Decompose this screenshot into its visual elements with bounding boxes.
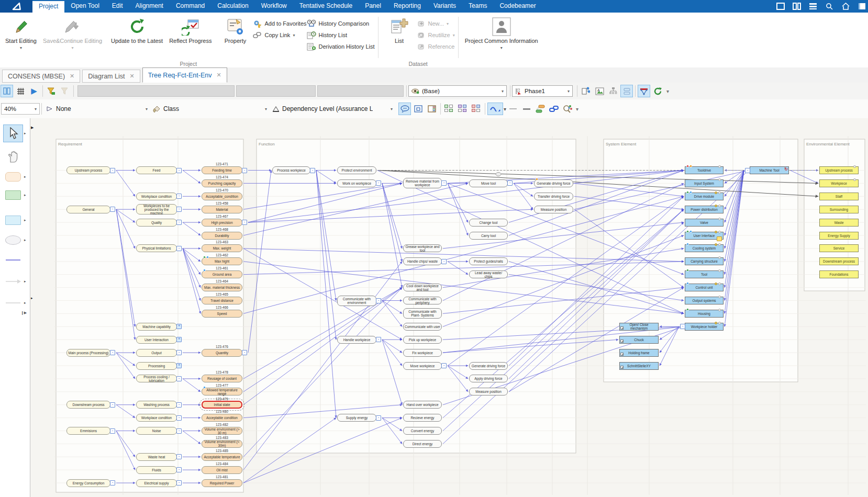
node-general[interactable]: General- xyxy=(66,206,110,213)
node-output-systems[interactable]: Output systems xyxy=(685,297,724,304)
collapse-icon[interactable]: - xyxy=(242,168,247,173)
collapse-icon[interactable]: - xyxy=(680,324,685,329)
node-upstream-process[interactable]: Upstream process- xyxy=(66,166,110,174)
collapse-icon[interactable]: - xyxy=(176,454,182,459)
link-chain-button[interactable] xyxy=(548,103,560,115)
collapse-icon[interactable]: - xyxy=(176,467,182,472)
node-power-distribution[interactable]: Power distribution xyxy=(685,206,724,213)
menu-item-edit[interactable]: Edit xyxy=(106,0,129,13)
node-direct-energy[interactable]: Direct energy xyxy=(403,440,442,448)
collapse-icon[interactable]: - xyxy=(376,337,381,342)
node-generate-driving-force[interactable]: Generate driving force xyxy=(469,362,508,370)
compact-rows-button[interactable] xyxy=(620,85,633,97)
node-upstream-process[interactable]: Upstream process xyxy=(819,166,859,174)
palette-shape-rect-green[interactable] xyxy=(3,186,23,204)
palette-pan-tool[interactable] xyxy=(3,148,23,166)
list-button[interactable]: List xyxy=(382,15,417,46)
node-work-on-workpiece[interactable]: Work on workpiece- xyxy=(337,179,376,187)
collapse-icon[interactable]: - xyxy=(110,428,115,434)
menu-item-alignment[interactable]: Alignment xyxy=(129,0,170,13)
node-workplace-condition[interactable]: Workplace condition- xyxy=(136,414,177,422)
window-maximize-icon[interactable] xyxy=(776,3,785,10)
node-communicate-with-periphery[interactable]: Communicate with periphery xyxy=(403,297,442,304)
connector-pair-button[interactable] xyxy=(534,103,547,115)
node-machine-tool[interactable]: Machine Tool-↻ xyxy=(750,166,789,174)
view-select[interactable]: (Base) ▾ xyxy=(408,85,507,97)
curve-line-style-button[interactable] xyxy=(487,103,503,115)
menu-item-tentative-schedule[interactable]: Tentative Schedule xyxy=(293,0,359,13)
grid-view-button[interactable] xyxy=(14,85,27,97)
palette-line-gray[interactable] xyxy=(3,294,23,312)
palette-shape-ellipse[interactable] xyxy=(3,231,23,249)
node-acceptable-temperature[interactable]: Acceptable temperature123-485 xyxy=(202,453,242,461)
node-waste[interactable]: Waste xyxy=(819,219,859,227)
node-workpiece-holder[interactable]: Workpiece holder- xyxy=(685,323,724,331)
splitter-handle-icon[interactable]: ▸ xyxy=(31,296,33,300)
node-protect-guides-rails[interactable]: Protect guides/rails xyxy=(469,257,508,265)
node-oil-mist[interactable]: Oil mist123-484 xyxy=(202,466,242,474)
node-fluids[interactable]: Fluids- xyxy=(136,466,177,474)
node-acceptable-condition[interactable]: Acceptable_condition123-470 xyxy=(202,193,242,200)
node-required-power[interactable]: Required Power123-481 xyxy=(202,479,242,487)
node-tooldrive[interactable]: Tooldrive xyxy=(685,166,724,174)
node-lead-away-waste-chips[interactable]: Lead away waste/ chips xyxy=(469,270,508,278)
node-open-close-mechanism[interactable]: Open/ Close mechanism xyxy=(619,323,659,331)
node-ground-area[interactable]: Ground area123-461 xyxy=(202,270,242,278)
node-initial-state[interactable]: Initial state123-479 xyxy=(202,401,242,409)
node-transfer-driving-force[interactable]: Transfer driving force xyxy=(534,193,573,200)
collapse-icon[interactable]: - xyxy=(176,428,182,434)
node-service[interactable]: Service xyxy=(819,244,859,252)
node-handle-chips-waste[interactable]: Handle chips/ waste- xyxy=(403,257,442,265)
menu-item-variants[interactable]: Variants xyxy=(427,0,462,13)
node-fix-workpiece[interactable]: Fix workpiece xyxy=(403,349,442,357)
collapse-icon[interactable]: - xyxy=(176,376,182,381)
node-control-unit[interactable]: Control unit xyxy=(685,284,724,291)
node-acceptable-condition[interactable]: Acceptable condition123-480 xyxy=(202,414,242,422)
node-handle-workpiece[interactable]: Handle workpiece- xyxy=(337,336,376,344)
collapse-icon[interactable]: - xyxy=(176,350,182,355)
node-volume-environment-30m[interactable]: Volume environment (< 30m)123-483 xyxy=(202,440,242,448)
menu-item-calculation[interactable]: Calculation xyxy=(211,0,254,13)
node-input-system[interactable]: Input System xyxy=(685,179,724,187)
collapse-icon[interactable]: - xyxy=(176,415,182,421)
palette-line-gray-flyout-icon[interactable]: ▸ xyxy=(24,301,26,305)
zoom-select[interactable]: 40%▾ xyxy=(1,103,40,115)
split-view-icon[interactable] xyxy=(793,3,801,10)
collapse-icon[interactable]: - xyxy=(176,194,182,199)
node-max-hight[interactable]: Max hight123-462 xyxy=(202,257,242,265)
collapse-icon[interactable]: - xyxy=(242,350,247,355)
run-simulation-button[interactable]: ▶ xyxy=(28,85,40,97)
node-feed[interactable]: Feed- xyxy=(136,166,177,174)
collapse-icon[interactable]: - xyxy=(376,298,381,303)
palette-shape-rect-blue[interactable] xyxy=(3,211,23,229)
node-main-process-processing[interactable]: Main process (Processing)- xyxy=(66,349,110,357)
tab-diagram-list[interactable]: Diagram List✕ xyxy=(82,70,140,83)
toolbar2-overflow-icon[interactable]: ▾ xyxy=(576,106,578,112)
node-staff[interactable]: Staff xyxy=(819,193,859,200)
node-process-cooling-lubrication[interactable]: Process cooling / lubrication- xyxy=(136,375,177,382)
menu-item-command[interactable]: Command xyxy=(170,0,211,13)
expand-icon[interactable]: + xyxy=(176,324,182,329)
node-quantity[interactable]: Quantity123-476- xyxy=(202,349,242,357)
collapse-icon[interactable]: - xyxy=(507,180,513,186)
node-carry-tool[interactable]: Carry tool xyxy=(469,232,508,240)
expand-icon[interactable]: + xyxy=(176,337,182,342)
node-electrical-supply[interactable]: Electrical supply- xyxy=(136,479,177,487)
node-schnittstellexy[interactable]: SchnittStelleXY xyxy=(619,362,659,370)
history-list-button[interactable]: History List xyxy=(307,29,375,41)
node-supply-energy[interactable]: Supply energy- xyxy=(337,414,376,422)
node-convert-energy[interactable]: Convert energy xyxy=(403,427,442,435)
search-relations-button[interactable] xyxy=(561,103,574,115)
node-holding-frame[interactable]: Holding frame xyxy=(619,349,659,357)
expand-icon[interactable]: + xyxy=(176,363,182,368)
collapse-icon[interactable]: - xyxy=(441,259,447,264)
node-waste-heat[interactable]: Waste heat- xyxy=(136,453,177,461)
matrix-green-button[interactable] xyxy=(443,103,455,115)
node-processing[interactable]: Processing+ xyxy=(136,362,177,370)
tree-layout-button[interactable] xyxy=(607,85,619,97)
copy-link-button[interactable]: Copy Link ▾ xyxy=(253,29,306,41)
home-icon[interactable] xyxy=(841,3,850,10)
matrix-red-button[interactable] xyxy=(470,103,483,115)
palette-shape-rect-blue-flyout-icon[interactable]: ▸ xyxy=(24,218,26,222)
node-user-interface[interactable]: User Interface xyxy=(685,232,724,240)
